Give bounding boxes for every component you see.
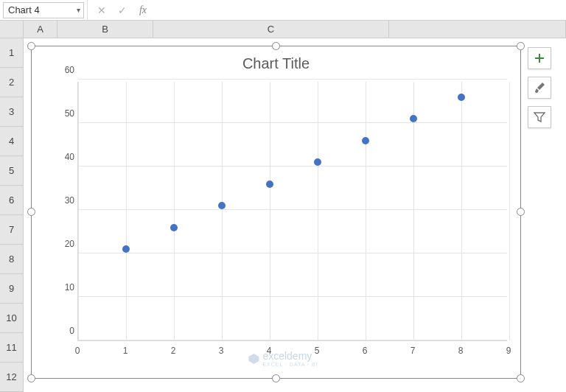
y-tick-label: 30 xyxy=(52,195,74,206)
name-box-dropdown-icon[interactable]: ▾ xyxy=(77,6,80,14)
enter-icon: ✓ xyxy=(118,4,127,16)
resize-handle-bm[interactable] xyxy=(272,374,280,382)
plus-icon xyxy=(534,52,545,64)
resize-handle-ml[interactable] xyxy=(27,208,35,216)
row-header[interactable]: 3 xyxy=(0,97,23,127)
plot-wrap: 01020304050600123456789 xyxy=(52,82,507,360)
chart-styles-button[interactable] xyxy=(528,77,551,99)
gridline-h xyxy=(78,79,507,80)
y-tick-label: 40 xyxy=(52,152,74,162)
data-point[interactable] xyxy=(218,202,226,209)
x-tick-label: 0 xyxy=(75,346,80,360)
cancel-button: ✕ xyxy=(91,0,112,20)
x-tick-label: 1 xyxy=(123,346,128,360)
worksheet-grid: ABC 123456789101112 Chart Title 01020304… xyxy=(0,21,566,392)
gridline-h xyxy=(78,296,507,297)
gridline-h xyxy=(78,340,507,340)
y-tick-label: 10 xyxy=(52,282,74,293)
gridline-v xyxy=(222,82,223,340)
row-header[interactable]: 10 xyxy=(0,304,23,333)
data-point[interactable] xyxy=(362,137,369,144)
row-header[interactable]: 1 xyxy=(0,38,23,68)
row-header[interactable]: 7 xyxy=(0,215,23,245)
row-header[interactable]: 5 xyxy=(0,156,23,186)
gridline-v xyxy=(126,82,127,340)
row-headers: 123456789101112 xyxy=(0,38,24,392)
chart-title[interactable]: Chart Title xyxy=(32,46,520,77)
data-point[interactable] xyxy=(266,181,273,188)
gridline-v xyxy=(174,82,175,340)
x-tick-label: 2 xyxy=(171,346,176,360)
gridline-h xyxy=(78,209,507,210)
gridline-v xyxy=(78,82,79,340)
row-header[interactable]: 4 xyxy=(0,127,23,156)
select-all-corner[interactable] xyxy=(0,21,24,38)
row-header[interactable]: 11 xyxy=(0,333,23,363)
gridline-v xyxy=(509,82,510,340)
y-tick-label: 50 xyxy=(52,108,74,119)
x-tick-label: 9 xyxy=(506,346,511,360)
cancel-icon: ✕ xyxy=(97,4,106,16)
y-tick-label: 0 xyxy=(52,326,74,336)
row-header[interactable]: 12 xyxy=(0,363,23,392)
y-tick-label: 60 xyxy=(52,65,74,75)
column-header[interactable]: C xyxy=(153,21,389,38)
column-header[interactable]: A xyxy=(24,21,57,38)
y-tick-label: 20 xyxy=(52,239,74,249)
resize-handle-br[interactable] xyxy=(517,374,525,382)
data-point[interactable] xyxy=(170,224,178,231)
chart-side-buttons xyxy=(528,47,551,128)
column-header[interactable]: B xyxy=(57,21,153,38)
column-headers: ABC xyxy=(24,21,566,38)
x-tick-label: 6 xyxy=(363,346,368,360)
fx-label: fx xyxy=(139,4,147,16)
x-tick-label: 4 xyxy=(267,346,272,360)
gridline-v xyxy=(318,82,318,340)
data-point[interactable] xyxy=(458,94,465,101)
fx-button[interactable]: fx xyxy=(133,0,153,20)
gridline-h xyxy=(78,122,507,123)
filter-icon xyxy=(534,111,545,123)
row-header[interactable]: 6 xyxy=(0,186,23,215)
data-point[interactable] xyxy=(410,115,417,122)
gridline-h xyxy=(78,253,507,253)
chart-filter-button[interactable] xyxy=(528,106,551,128)
x-tick-label: 7 xyxy=(410,346,416,360)
plot-area[interactable] xyxy=(77,82,507,341)
row-header[interactable]: 8 xyxy=(0,245,23,274)
chart-elements-button[interactable] xyxy=(528,47,551,69)
data-point[interactable] xyxy=(314,158,321,166)
x-tick-label: 8 xyxy=(458,346,464,360)
row-header[interactable]: 9 xyxy=(0,274,23,304)
resize-handle-tl[interactable] xyxy=(27,42,35,50)
x-tick-label: 5 xyxy=(315,346,320,360)
resize-handle-tm[interactable] xyxy=(272,42,280,50)
data-point[interactable] xyxy=(122,245,130,253)
chart-object[interactable]: Chart Title 01020304050600123456789 xyxy=(31,46,521,379)
gridline-v xyxy=(270,82,270,340)
name-box-value: Chart 4 xyxy=(8,4,40,15)
brush-icon xyxy=(534,82,545,94)
gridline-v xyxy=(366,82,366,340)
resize-handle-tr[interactable] xyxy=(517,42,525,50)
row-header[interactable]: 2 xyxy=(0,68,23,97)
resize-handle-bl[interactable] xyxy=(27,374,35,382)
gridline-h xyxy=(78,166,507,167)
formula-bar: Chart 4 ▾ ✕ ✓ fx xyxy=(0,0,566,21)
formula-input[interactable] xyxy=(153,2,566,18)
column-header[interactable] xyxy=(389,21,566,38)
name-box[interactable]: Chart 4 ▾ xyxy=(3,2,84,18)
x-tick-label: 3 xyxy=(219,346,224,360)
gridline-v xyxy=(461,82,462,340)
enter-button: ✓ xyxy=(112,0,133,20)
resize-handle-mr[interactable] xyxy=(517,208,525,216)
